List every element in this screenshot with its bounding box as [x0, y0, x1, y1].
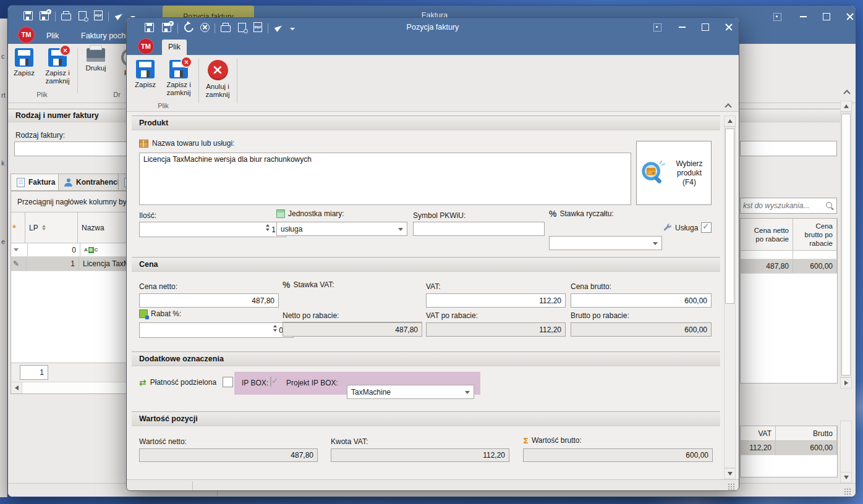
unit-combobox[interactable]: usługa — [276, 222, 407, 236]
cena-brutto-input[interactable] — [571, 293, 712, 308]
pdf-icon[interactable] — [92, 9, 104, 22]
rabat-stepper[interactable] — [273, 325, 277, 332]
brutto-po-rabacie-label: Brutto po rabacie: — [571, 311, 629, 320]
platnosc-podzielona-row: Płatność podzielona — [139, 377, 233, 387]
product-name-textarea[interactable]: Licencja TaxMachine wersja dla biur rach… — [139, 153, 631, 205]
search-box[interactable] — [740, 198, 837, 214]
search-icon[interactable] — [826, 202, 834, 210]
ipbox-checkbox[interactable] — [270, 377, 271, 387]
brutto-po-rabacie-field — [571, 322, 712, 337]
maximize-button[interactable] — [694, 20, 716, 34]
focus-mode-button[interactable] — [646, 20, 668, 34]
minimize-button[interactable] — [671, 20, 693, 34]
scroll-down-button[interactable] — [840, 472, 852, 483]
wybierz-produkt-button[interactable]: Wybierz produkt (F4) — [636, 141, 712, 205]
save-icon[interactable] — [22, 9, 34, 22]
cena-brutto-label: Cena brutto: — [571, 282, 611, 291]
tab-faktury-pochodne[interactable]: Faktury pocho — [81, 32, 127, 40]
tab-faktura[interactable]: Faktura — [11, 174, 61, 191]
quantity-stepper[interactable] — [266, 224, 270, 231]
quantity-input[interactable] — [139, 222, 286, 237]
filter-cell — [741, 251, 793, 259]
scroll-down-button[interactable] — [724, 468, 736, 479]
send-icon[interactable] — [113, 10, 125, 22]
right-grid-row[interactable]: 487,80 600,00 — [741, 259, 837, 274]
right-panel-input[interactable] — [740, 141, 837, 156]
rabat-input[interactable] — [139, 322, 294, 338]
document-icon — [17, 178, 25, 187]
summary-row[interactable]: 112,20 600,00 — [741, 441, 837, 455]
funnel-icon — [14, 248, 19, 251]
section-header-wartosc: Wartość pozycji — [132, 411, 720, 426]
resize-grip-icon[interactable] — [844, 488, 851, 495]
vertical-scrollbar[interactable] — [840, 112, 852, 377]
column-header-cena-netto[interactable]: Cena netto po rabacie — [741, 219, 793, 250]
wartosc-brutto-field — [523, 448, 713, 462]
right-panel-header — [740, 109, 846, 122]
zapisz-label: Zapisz — [135, 81, 156, 89]
drukuj-button[interactable]: Drukuj — [80, 47, 112, 72]
vertical-scrollbar-lower[interactable] — [840, 421, 852, 472]
zapisz-button[interactable]: Zapisz — [9, 47, 39, 77]
package-icon — [139, 140, 148, 148]
column-header-vat[interactable]: VAT — [741, 426, 776, 440]
vat-label: VAT: — [426, 282, 441, 291]
close-button[interactable] — [718, 20, 739, 34]
scroll-right-button[interactable] — [840, 377, 852, 388]
print-preview-icon[interactable] — [76, 9, 88, 22]
vertical-scroll-thumb[interactable] — [841, 114, 851, 376]
save-close-icon — [48, 48, 67, 67]
netto-po-rabacie-label: Netto po rabacie: — [283, 311, 339, 320]
maximize-button[interactable] — [815, 10, 838, 23]
dialog-scroll-thumb[interactable] — [725, 128, 734, 304]
print-icon[interactable] — [60, 9, 72, 22]
minimize-button[interactable] — [792, 10, 814, 23]
cena-netto-input[interactable] — [139, 293, 279, 308]
anuluj-i-zamknij-label: Anuluj i zamknij — [201, 83, 234, 99]
summary-header: VAT Brutto — [741, 426, 837, 441]
search-input[interactable] — [741, 201, 826, 210]
wybierz-produkt-label: Wybierz produkt (F4) — [670, 159, 708, 187]
unit-value: usługa — [281, 225, 302, 233]
ryczalt-combobox[interactable] — [549, 236, 662, 250]
ryczalt-label-row: Stawka ryczałtu: — [549, 209, 614, 218]
filter-lp-cell[interactable]: 0 — [28, 243, 80, 256]
dialog-titlebar: Pozycja faktury — [127, 18, 739, 37]
dialog-vertical-scrollbar[interactable] — [724, 127, 736, 468]
scroll-left-button[interactable] — [11, 382, 22, 393]
kwota-vat-label: Kwota VAT: — [331, 437, 368, 446]
sum-icon — [523, 437, 529, 445]
close-button[interactable] — [839, 10, 856, 23]
column-header-lp[interactable]: LP — [25, 212, 78, 243]
usluga-checkbox[interactable] — [701, 222, 712, 233]
app-logo[interactable]: TM — [18, 27, 35, 43]
save-close-icon[interactable] — [38, 9, 50, 22]
projekt-ipbox-value: TaxMachine — [351, 388, 391, 397]
save-icon — [136, 60, 155, 78]
scroll-up-button[interactable] — [840, 101, 852, 112]
zapisz-button[interactable]: Zapisz — [130, 59, 160, 89]
app-logo[interactable]: TM — [138, 38, 154, 54]
scroll-up-button[interactable] — [724, 116, 736, 127]
projekt-ipbox-combobox[interactable]: TaxMachine — [347, 385, 474, 399]
zapisz-i-zamknij-button[interactable]: Zapisz i zamknij — [161, 59, 196, 97]
close-badge-icon — [181, 56, 192, 68]
vat-input[interactable] — [426, 293, 566, 308]
right-filter-row[interactable] — [741, 251, 837, 259]
focus-mode-button[interactable] — [766, 10, 788, 23]
tab-plik[interactable]: Plik — [162, 40, 187, 55]
zapisz-i-zamknij-button[interactable]: Zapisz i zamknij — [40, 47, 75, 85]
resize-grip-icon[interactable] — [728, 483, 735, 490]
pkwiu-input[interactable] — [413, 222, 545, 236]
summary-brutto-cell: 600,00 — [776, 441, 837, 455]
cena-netto-label: Cena netto: — [139, 282, 177, 291]
tab-kontrahenci[interactable]: Kontrahenci — [58, 174, 125, 191]
column-header-cena-brutto[interactable]: Cena brutto po rabacie — [793, 219, 837, 250]
anuluj-i-zamknij-button[interactable]: Anuluj i zamknij — [201, 59, 234, 99]
jm-label-row: Jednostka miary: — [276, 209, 344, 218]
tab-plik[interactable]: Plik — [46, 32, 59, 40]
lp-header-label: LP — [29, 224, 38, 232]
ribbon-group-plik: Plik — [9, 91, 75, 98]
platnosc-podzielona-checkbox[interactable] — [223, 377, 233, 387]
column-header-brutto[interactable]: Brutto — [776, 426, 837, 440]
